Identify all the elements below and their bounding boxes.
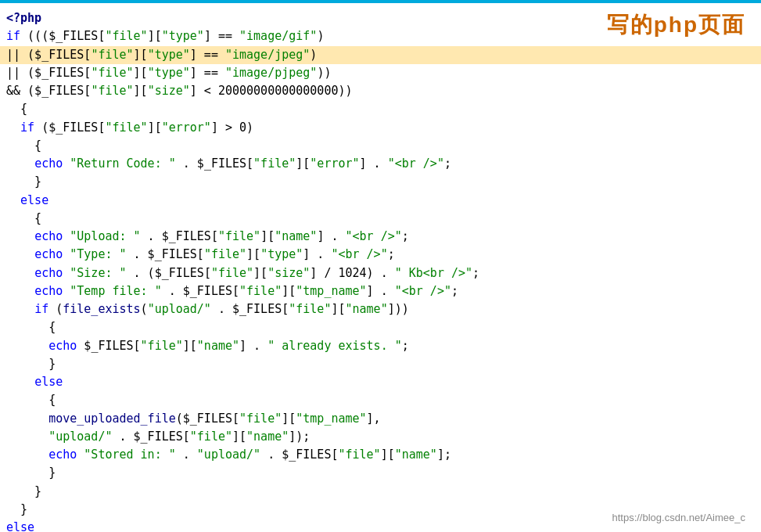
code-token: ; — [402, 337, 409, 355]
code-token: "<br />" — [395, 282, 451, 300]
code-token: " Kb<br />" — [395, 264, 472, 282]
code-token: [ — [84, 82, 91, 100]
code-block: <?phpif ((($_FILES["file"]["type"] == "i… — [0, 9, 761, 532]
code-token: echo — [34, 264, 63, 282]
code-token: } — [6, 355, 56, 373]
code-token: "file" — [91, 64, 133, 82]
code-token: "file" — [289, 300, 331, 318]
code-token: ][ — [331, 300, 345, 318]
code-token: . $ — [127, 246, 155, 264]
code-token: ])) — [388, 300, 409, 318]
code-token — [6, 428, 48, 446]
code-token: . $ — [260, 446, 289, 464]
code-token: [ — [197, 246, 204, 264]
code-token: } — [6, 464, 56, 482]
code-token: ; — [444, 155, 451, 173]
code-token: else — [6, 519, 34, 532]
code-token: file_exists — [63, 300, 140, 318]
code-token: . $ — [112, 428, 140, 446]
code-token: ][ — [253, 264, 267, 282]
code-token: _FILES — [289, 446, 331, 464]
code-token: [ — [98, 27, 105, 45]
code-token: _FILES — [41, 82, 84, 100]
code-token: ; — [388, 246, 395, 264]
code-token: else — [20, 192, 48, 210]
code-token: ] . — [303, 246, 331, 264]
code-token: "error" — [162, 119, 211, 137]
code-token: "image/pjpeg" — [225, 64, 317, 82]
code-token — [6, 246, 34, 264]
code-line: { — [0, 210, 761, 228]
code-token: ; — [402, 228, 409, 246]
code-token: "file" — [211, 264, 253, 282]
code-token: ][ — [134, 82, 148, 100]
code-line: { — [0, 100, 761, 118]
code-token: ], — [367, 410, 381, 428]
code-token: "name" — [246, 428, 289, 446]
code-token: " already exists. " — [267, 337, 402, 355]
code-token: 1024 — [338, 264, 366, 282]
code-token: { — [6, 100, 27, 118]
code-line: echo "Stored in: " . "upload/" . $_FILES… — [0, 446, 761, 464]
code-line: echo $_FILES["file"]["name"] . " already… — [0, 337, 761, 355]
code-line: echo "Upload: " . $_FILES["file"]["name"… — [0, 228, 761, 246]
code-token: ) . — [367, 264, 395, 282]
code-token: [ — [211, 228, 218, 246]
code-token: [ — [331, 446, 338, 464]
code-token: ] . — [367, 282, 395, 300]
code-token: "file" — [204, 246, 246, 264]
code-token: "upload/" — [48, 428, 112, 446]
code-token: "file" — [91, 82, 133, 100]
code-token: || ($ — [6, 46, 41, 64]
code-token: echo — [34, 155, 63, 173]
code-token: if — [20, 119, 34, 137]
code-token: ((($ — [20, 27, 56, 45]
code-token — [63, 155, 70, 173]
code-token: "Upload: " — [70, 228, 140, 246]
code-token: . ($ — [127, 264, 162, 282]
code-token: 0 — [239, 119, 246, 137]
code-token: echo — [34, 282, 63, 300]
code-token: "Type: " — [70, 246, 126, 264]
code-line: } — [0, 483, 761, 501]
code-token — [6, 264, 34, 282]
code-token: move_uploaded_file — [48, 410, 176, 428]
code-token: "file" — [105, 27, 147, 45]
code-token — [77, 446, 84, 464]
code-token: 20000000000000000 — [218, 82, 339, 100]
code-line: } — [0, 355, 761, 373]
watermark: 写的php页面 — [607, 8, 745, 41]
code-token: "file" — [105, 119, 147, 137]
code-token: "type" — [148, 64, 190, 82]
code-token: _FILES — [162, 264, 204, 282]
code-token: _FILES — [190, 410, 232, 428]
code-token: ][ — [246, 246, 260, 264]
code-token: ] > — [211, 119, 239, 137]
code-line: || ($_FILES["file"]["type"] == "image/pj… — [0, 64, 761, 82]
code-token — [6, 282, 34, 300]
code-token: "Stored in: " — [84, 446, 175, 464]
code-line: if ($_FILES["file"]["error"] > 0) — [0, 119, 761, 137]
code-token — [6, 155, 34, 173]
code-token: "file" — [91, 46, 133, 64]
code-token: _FILES — [141, 428, 183, 446]
code-line: if (file_exists("upload/" . $_FILES["fil… — [0, 300, 761, 318]
code-token: "tmp_name" — [296, 282, 366, 300]
bottom-link: https://blog.csdn.net/Aimee_c — [612, 510, 745, 526]
code-line: else — [0, 373, 761, 391]
code-token — [6, 410, 48, 428]
code-token: echo — [48, 446, 77, 464]
code-token — [6, 119, 20, 137]
code-token: "type" — [260, 246, 303, 264]
code-token: "tmp_name" — [296, 410, 366, 428]
code-token: _FILES — [190, 282, 232, 300]
code-token: "Return Code: " — [70, 155, 175, 173]
code-token — [6, 228, 34, 246]
code-token: . — [176, 446, 197, 464]
code-token: [ — [84, 64, 91, 82]
code-token: [ — [204, 264, 211, 282]
code-token — [63, 264, 70, 282]
code-token: ] . — [360, 155, 388, 173]
code-token: "upload/" — [148, 300, 211, 318]
code-token: "upload/" — [197, 446, 260, 464]
